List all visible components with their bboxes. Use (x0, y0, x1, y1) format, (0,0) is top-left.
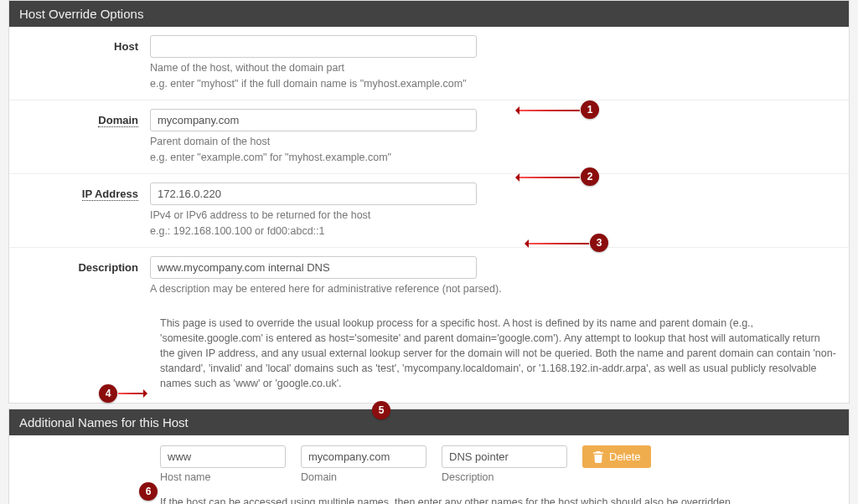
domain-help-example: e.g. enter "example.com" for "myhost.exa… (150, 151, 837, 166)
domain-input[interactable] (150, 109, 477, 131)
ip-label: IP Address (82, 188, 138, 201)
description-label: Description (9, 256, 150, 297)
alias-description-label: Description (442, 471, 567, 483)
host-override-panel: Host Override Options Host Name of the h… (8, 0, 850, 404)
description-help: A description may be entered here for ad… (150, 282, 837, 297)
trash-icon (592, 451, 604, 463)
description-row: Description A description may be entered… (9, 248, 849, 306)
override-info-text: This page is used to override the usual … (9, 306, 849, 404)
ip-input[interactable] (150, 183, 477, 205)
alias-host-input[interactable] (160, 445, 286, 468)
additional-names-panel: Additional Names for this Host Host name… (8, 409, 850, 504)
alias-domain-input[interactable] (301, 445, 426, 468)
domain-row: Domain Parent domain of the host e.g. en… (9, 100, 849, 174)
host-help: Name of the host, without the domain par… (150, 61, 837, 76)
host-label: Host (9, 35, 150, 91)
ip-row: IP Address IPv4 or IPv6 address to be re… (9, 174, 849, 248)
delete-button[interactable]: Delete (582, 445, 651, 468)
description-input[interactable] (150, 256, 477, 279)
panel-title: Host Override Options (9, 1, 849, 27)
alias-help: If the host can be accessed using multip… (9, 488, 849, 504)
ip-help: IPv4 or IPv6 address to be returned for … (150, 208, 837, 224)
domain-help: Parent domain of the host (150, 135, 837, 150)
host-row: Host Name of the host, without the domai… (9, 27, 849, 100)
ip-help-example: e.g.: 192.168.100.100 or fd00:abcd::1 (150, 224, 837, 239)
delete-button-label: Delete (609, 450, 641, 463)
host-input[interactable] (150, 35, 477, 58)
alias-description-input[interactable] (442, 445, 567, 468)
alias-row: Host name Domain Description Delete (9, 435, 849, 488)
host-help-example: e.g. enter "myhost" if the full domain n… (150, 77, 837, 92)
alias-host-label: Host name (160, 471, 286, 483)
domain-label: Domain (98, 114, 138, 127)
alias-domain-label: Domain (301, 471, 426, 483)
panel2-title: Additional Names for this Host (9, 409, 849, 435)
